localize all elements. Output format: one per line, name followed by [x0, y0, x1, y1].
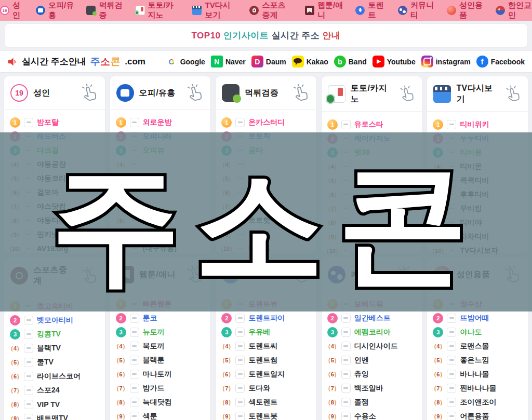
site-link-item[interactable]: 3야나도 — [433, 325, 524, 339]
site-link-item[interactable]: 8하이오피 — [116, 213, 207, 227]
site-link-item[interactable]: 4북토끼 — [116, 339, 207, 353]
site-link-item[interactable]: 6마나토끼 — [116, 367, 207, 381]
social-link-kakao[interactable]: Kakao — [292, 56, 328, 67]
topnav-item-casino[interactable]: 토토/카지노 — [136, 1, 180, 20]
site-link-item[interactable]: 7토다와 — [221, 381, 312, 395]
topnav-item-torrent[interactable]: 토렌트 — [355, 1, 385, 20]
site-link-item[interactable]: 6바나나몰 — [433, 367, 524, 381]
site-link-item[interactable]: 2툰코 — [116, 311, 207, 325]
site-link-item[interactable]: 1보배드림 — [327, 297, 418, 311]
topnav-item-scam-check[interactable]: 먹튀검증 — [86, 1, 123, 20]
site-link-item[interactable]: 3킹콩TV — [10, 327, 101, 341]
site-link-item[interactable]: 9섹툰 — [116, 409, 207, 420]
site-link-item[interactable]: 8늑대닷컴 — [116, 395, 207, 409]
topnav-item-webtoon[interactable]: 웹툰/애니 — [305, 1, 343, 20]
site-link-item[interactable]: 6토렌트알지 — [221, 367, 312, 381]
site-link-item[interactable]: 7백조알바 — [327, 381, 418, 395]
site-link-item[interactable]: 3티비몽 — [433, 145, 524, 159]
site-link-item[interactable]: 5토렌트썸 — [221, 353, 312, 367]
site-link-item[interactable]: 1토렌트뷰 — [221, 297, 312, 311]
site-link-item[interactable]: 3뉴토끼 — [116, 325, 207, 339]
site-link-item[interactable]: 6츄잉 — [327, 367, 418, 381]
site-link-item[interactable]: 2케이카지노 — [327, 131, 418, 145]
site-link-item[interactable]: 10(대구유흥) — [116, 241, 207, 255]
site-link-item[interactable]: 1빠른웹툰 — [116, 297, 207, 311]
site-link-item[interactable]: 3오피뷰 — [116, 143, 207, 157]
site-link-item[interactable]: 4 — [221, 157, 312, 171]
site-link-item[interactable]: 1밤포탈 — [10, 115, 101, 129]
site-link-item[interactable]: 7밤가드 — [116, 381, 207, 395]
site-link-item[interactable]: 7 — [327, 201, 418, 215]
site-link-item[interactable]: 6후후티비 — [433, 187, 524, 201]
social-link-instagram[interactable]: instagram — [421, 56, 471, 67]
site-link-item[interactable]: 5야동코리아레드 — [10, 171, 101, 185]
site-link-item[interactable]: 9 — [327, 229, 418, 243]
site-link-item[interactable]: 4야동공장 — [10, 157, 101, 171]
site-link-item[interactable]: 3공타 — [221, 143, 312, 157]
site-link-item[interactable]: 4토렌트씨 — [221, 339, 312, 353]
site-link-item[interactable]: 2누누티비 — [433, 131, 524, 145]
site-link-item[interactable]: 2일간베스트 — [327, 311, 418, 325]
topnav-item-sports[interactable]: 스포츠중계 — [249, 1, 292, 20]
site-link-item[interactable]: 6걸모아 — [10, 185, 101, 199]
site-link-item[interactable]: 8졸잼 — [327, 395, 418, 409]
topnav-item-nightlife[interactable]: 오피/유흥 — [36, 1, 74, 20]
site-link-item[interactable]: 5 — [221, 171, 312, 185]
topnav-item-adult-19[interactable]: 19성인 — [0, 1, 23, 20]
site-link-item[interactable]: 1외로운밤 — [116, 115, 207, 129]
topnav-item-tv-replay[interactable]: TV다시보기 — [192, 1, 237, 20]
card-header-community[interactable]: 커뮤니티 — [322, 258, 422, 291]
site-link-item[interactable]: 10다음드 — [221, 241, 312, 255]
site-link-item[interactable]: 3우유베 — [221, 325, 312, 339]
site-link-item[interactable]: 3벳38 — [327, 145, 418, 159]
site-link-item[interactable]: 1유로스타 — [327, 117, 418, 131]
site-link-item[interactable]: 5콕콕티비 — [433, 173, 524, 187]
site-link-item[interactable]: 4디시인사이드 — [327, 339, 418, 353]
site-link-item[interactable]: 2뜨밤어때 — [433, 311, 524, 325]
site-link-item[interactable]: 6 — [116, 185, 207, 199]
site-link-item[interactable]: 10TV다시보자 — [433, 243, 524, 258]
site-link-item[interactable]: 9온카판 — [221, 227, 312, 241]
site-link-item[interactable]: 7스포24 — [10, 383, 101, 397]
site-link-item[interactable]: 9어른용품 — [433, 409, 524, 420]
social-link-facebook[interactable]: fFacebook — [476, 56, 525, 67]
card-header-webtoon[interactable]: 웹툰/애니 — [110, 258, 211, 291]
site-link-item[interactable]: 6라이브스코어 — [10, 369, 101, 383]
site-link-item[interactable]: 2오피나라 — [116, 129, 207, 143]
site-link-item[interactable]: 4 — [116, 157, 207, 171]
social-link-youtube[interactable]: Youtube — [373, 56, 416, 67]
social-link-band[interactable]: bBand — [334, 56, 367, 67]
site-link-item[interactable]: 9수용소 — [327, 409, 418, 420]
site-link-item[interactable]: 7 — [116, 199, 207, 213]
site-link-item[interactable]: 1초고속티비 — [10, 299, 101, 313]
site-link-item[interactable]: 9 — [116, 227, 207, 241]
card-header-scam-check[interactable]: 먹튀검증 — [216, 76, 316, 110]
site-link-item[interactable]: 4블랙TV — [10, 341, 101, 355]
site-link-item[interactable]: 5쿨TV — [10, 355, 101, 369]
site-link-item[interactable]: 2벳모아티비 — [10, 313, 101, 327]
site-link-item[interactable]: 8VIP TV — [10, 397, 101, 411]
site-link-item[interactable]: 7무비킹 — [433, 201, 524, 215]
site-link-item[interactable]: 9토렌트봇 — [221, 409, 312, 420]
site-link-item[interactable]: 2토렌트파이 — [221, 311, 312, 325]
card-header-adult-19[interactable]: 19성인 — [4, 76, 105, 110]
topnav-item-adult-goods[interactable]: 성인용품 — [447, 1, 483, 20]
site-link-item[interactable]: 8티비야 — [433, 215, 524, 229]
site-link-item[interactable]: 8토토핫 — [221, 213, 312, 227]
site-link-item[interactable]: 8섹토렌트 — [221, 395, 312, 409]
card-header-casino[interactable]: 토토/카지노 — [322, 76, 422, 112]
site-link-item[interactable]: 7야스닷컴 — [10, 199, 101, 213]
site-link-item[interactable]: 4로맨스몰 — [433, 339, 524, 353]
site-link-item[interactable]: 1철수샵 — [433, 297, 524, 311]
top10-banner[interactable]: TOP10 인기사이트 실시간 주소 안내 — [4, 23, 528, 48]
site-link-item[interactable]: 5 — [327, 173, 418, 187]
site-link-item[interactable]: 1온카스터디 — [221, 115, 312, 129]
site-link-item[interactable]: 8야동티비 — [10, 213, 101, 227]
card-header-nightlife[interactable]: 오피/유흥 — [110, 76, 211, 110]
site-link-item[interactable]: 4 — [327, 159, 418, 173]
site-link-item[interactable]: 5블랙툰 — [116, 353, 207, 367]
site-link-item[interactable]: 8 — [327, 215, 418, 229]
card-header-tv-replay[interactable]: TV다시보기 — [427, 76, 528, 112]
card-header-adult-goods[interactable]: 성인용품 — [427, 258, 528, 291]
topnav-item-korean-community[interactable]: 한인교민 — [496, 1, 532, 20]
